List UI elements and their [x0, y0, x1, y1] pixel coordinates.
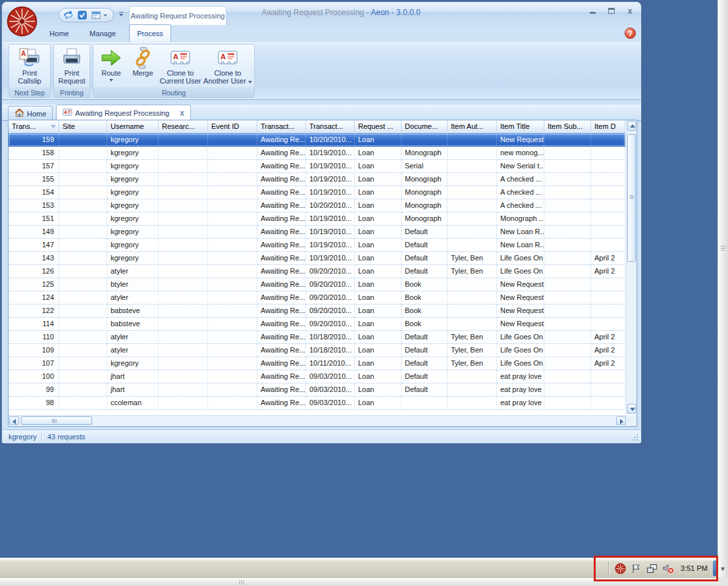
table-cell	[544, 357, 591, 370]
table-cell	[159, 199, 208, 212]
column-header-10[interactable]: Item Title	[497, 120, 544, 134]
flag-icon[interactable]	[631, 563, 642, 574]
doc-tab-home[interactable]: Home	[8, 106, 53, 120]
table-row[interactable]: 157kgregoryAwaiting Re...10/19/2010...Lo…	[9, 160, 625, 173]
close-button[interactable]: x	[625, 7, 635, 15]
table-cell: Awaiting Re...	[257, 212, 306, 226]
table-cell	[208, 226, 257, 239]
route-quick-icon[interactable]	[63, 10, 74, 20]
route-icon	[100, 47, 122, 69]
print-callslip-button[interactable]: APrintCallslip	[11, 46, 49, 85]
tab-process[interactable]: Process	[129, 24, 171, 42]
column-header-3[interactable]: Researc...	[159, 120, 208, 134]
column-header-12[interactable]: Item D	[591, 120, 625, 134]
column-header-4[interactable]: Event ID	[208, 120, 257, 134]
help-button[interactable]: ?	[625, 28, 636, 39]
scroll-left-button[interactable]	[9, 416, 19, 425]
column-header-5[interactable]: Transact...	[257, 120, 306, 134]
taskbar-edge-button[interactable]	[713, 560, 717, 576]
column-header-9[interactable]: Item Aut...	[448, 120, 497, 134]
qat-customize-button[interactable]	[117, 10, 126, 20]
table-row[interactable]: 151kgregoryAwaiting Re...10/19/2010...Lo…	[9, 212, 625, 226]
column-header-7[interactable]: Request ...	[355, 120, 402, 134]
table-cell: April 2	[591, 265, 625, 278]
table-row[interactable]: 158kgregoryAwaiting Re...10/19/2010...Lo…	[9, 147, 625, 160]
table-row[interactable]: 126atylerAwaiting Re...09/20/2010...Loan…	[9, 265, 625, 278]
table-row[interactable]: 107kgregoryAwaiting Re...10/11/2010...Lo…	[9, 357, 625, 370]
table-row[interactable]: 154kgregoryAwaiting Re...10/19/2010...Lo…	[9, 186, 625, 199]
column-header-11[interactable]: Item Sub...	[544, 120, 591, 134]
ribbon-button-label: Merge	[132, 69, 153, 77]
table-cell	[544, 291, 591, 305]
table-cell: Tyler, Ben	[448, 252, 497, 265]
table-row[interactable]: 99jhartAwaiting Re...09/03/2010...LoanDe…	[9, 383, 625, 397]
table-cell: Default	[402, 383, 448, 397]
viewer-scroll-down-icon[interactable]: ▼	[718, 563, 727, 575]
resize-grip[interactable]	[631, 433, 638, 443]
table-row[interactable]: 159kgregoryAwaiting Re...10/20/2010...Lo…	[9, 134, 625, 147]
maximize-button[interactable]	[607, 7, 616, 15]
clone-to-current-user-button[interactable]: AClone toCurrent User	[158, 46, 203, 85]
minimize-button[interactable]	[588, 7, 598, 15]
table-cell	[544, 383, 591, 397]
scroll-up-button[interactable]	[627, 121, 636, 131]
table-row[interactable]: 122babsteveAwaiting Re...09/20/2010...Lo…	[9, 305, 625, 318]
tab-close-icon[interactable]: x	[180, 110, 184, 116]
table-row[interactable]: 153kgregoryAwaiting Re...10/20/2010...Lo…	[9, 199, 625, 212]
table-cell	[448, 173, 497, 186]
table-row[interactable]: 149kgregoryAwaiting Re...10/19/2010...Lo…	[9, 226, 625, 239]
tab-manage[interactable]: Manage	[81, 26, 124, 42]
tasks-quick-icon[interactable]	[77, 10, 88, 20]
tab-home[interactable]: Home	[39, 26, 80, 42]
viewer-vertical-scrollbar[interactable]	[717, 0, 728, 577]
table-cell: kgregory	[107, 186, 159, 199]
table-cell: Monograph	[402, 212, 448, 226]
doc-tab-active-label: Awaiting Request Processing	[75, 109, 169, 117]
vertical-scroll-thumb[interactable]	[627, 134, 636, 262]
table-cell: Awaiting Re...	[257, 305, 306, 318]
doc-tab-awaiting-request-processing[interactable]: A Awaiting Request Processing x	[56, 105, 191, 120]
table-row[interactable]: 147kgregoryAwaiting Re...10/19/2010...Lo…	[9, 239, 625, 252]
scroll-right-button[interactable]	[616, 416, 626, 425]
table-cell: 09/20/2010...	[306, 291, 355, 305]
table-cell	[591, 239, 625, 252]
print-request-button[interactable]: PrintRequest	[55, 46, 88, 85]
route-button[interactable]: Route	[95, 46, 128, 82]
column-header-6[interactable]: Transact...	[306, 120, 355, 134]
request-card-icon: A	[63, 107, 72, 118]
table-cell: Book	[402, 305, 448, 318]
network-icon[interactable]	[646, 563, 658, 574]
table-row[interactable]: 143kgregoryAwaiting Re...10/19/2010...Lo…	[9, 252, 625, 265]
table-row[interactable]: 155kgregoryAwaiting Re...10/19/2010...Lo…	[9, 173, 625, 186]
table-cell: babsteve	[107, 318, 159, 331]
merge-button[interactable]: Merge	[128, 46, 158, 77]
volume-muted-icon[interactable]	[662, 563, 673, 574]
horizontal-scroll-thumb[interactable]	[21, 416, 92, 425]
aeon-logo-icon[interactable]	[7, 6, 38, 37]
clone-to-another-user-button[interactable]: AClone toAnother User	[203, 46, 253, 85]
scroll-down-button[interactable]	[627, 404, 636, 414]
taskbar[interactable]: 3:51 PM	[0, 558, 717, 577]
viewer-horizontal-scrollbar[interactable]	[0, 577, 717, 586]
table-row[interactable]: 125btylerAwaiting Re...09/20/2010...Loan…	[9, 278, 625, 291]
table-row[interactable]: 98ccolemanAwaiting Re...09/03/2010...Loa…	[9, 397, 625, 410]
table-row[interactable]: 124atylerAwaiting Re...09/20/2010...Loan…	[9, 291, 625, 305]
column-header-0[interactable]: Trans...	[9, 120, 59, 134]
grid-horizontal-scrollbar[interactable]	[9, 415, 627, 426]
table-row[interactable]: 110atylerAwaiting Re...10/18/2010...Loan…	[9, 331, 625, 344]
chevron-down-icon[interactable]	[103, 14, 107, 16]
aeon-tray-icon[interactable]	[615, 563, 626, 574]
tray-clock[interactable]: 3:51 PM	[681, 564, 708, 572]
column-header-8[interactable]: Docume...	[402, 120, 448, 134]
table-cell	[591, 226, 625, 239]
table-row[interactable]: 114babsteveAwaiting Re...09/20/2010...Lo…	[9, 318, 625, 331]
grid-vertical-scrollbar[interactable]	[626, 120, 637, 414]
form-quick-icon[interactable]	[91, 10, 101, 20]
table-row[interactable]: 109atylerAwaiting Re...10/18/2010...Loan…	[9, 344, 625, 357]
table-cell	[159, 252, 208, 265]
table-row[interactable]: 100jhartAwaiting Re...09/03/2010...LoanD…	[9, 370, 625, 383]
column-header-1[interactable]: Site	[59, 120, 107, 134]
column-header-2[interactable]: Username	[107, 120, 159, 134]
table-cell	[208, 173, 257, 186]
window-title-prefix: Awaiting Request Processing -	[261, 8, 371, 17]
